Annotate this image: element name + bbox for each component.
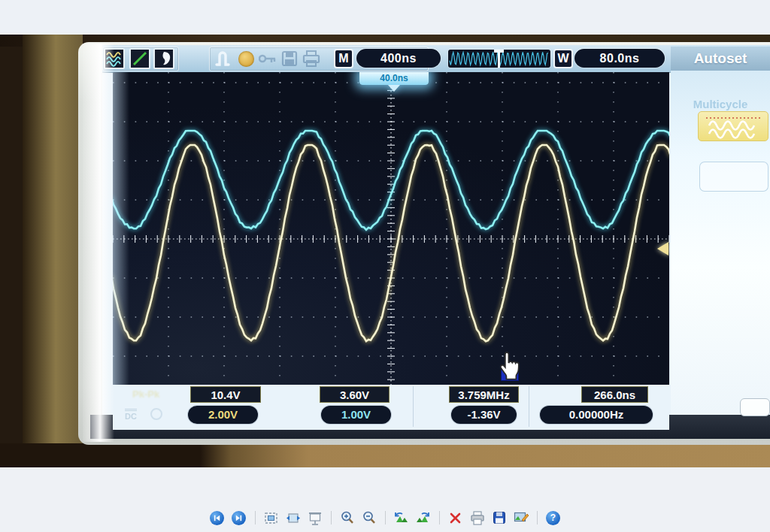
delete-button[interactable]: [447, 509, 464, 526]
measurement-frequency: 3.759MHz: [449, 386, 519, 403]
slideshow-icon: [308, 511, 323, 525]
measurement-period: 266.0ns: [581, 386, 648, 403]
measurement-readout-area: Pk-Pk DC 10.4V 3.60V 3.759MHz 266.0ns 2.…: [113, 385, 669, 430]
delete-icon: [449, 512, 462, 524]
fit-width-button[interactable]: [285, 509, 302, 526]
slideshow-button[interactable]: [307, 509, 323, 526]
toolbar-separator: [537, 511, 538, 524]
rotate-right-button[interactable]: [415, 509, 432, 526]
rotate-left-button[interactable]: [393, 509, 410, 526]
readout-separator: [529, 386, 529, 427]
scope-menubar: M 400ns W 80.0ns: [102, 45, 770, 73]
first-image-button[interactable]: [209, 509, 226, 526]
key-lock-icon: [259, 53, 277, 68]
waveform-traces: [113, 72, 669, 385]
display-waveform-icon: [104, 48, 125, 69]
viewer-top-area: [0, 0, 770, 35]
main-timebase-value: 400ns: [356, 49, 441, 68]
measurement-pkpk-ch2: 3.60V: [320, 386, 390, 403]
rotate-right-icon: [415, 511, 431, 524]
trigger-pulse-icon: [215, 50, 235, 71]
save-icon: [493, 511, 506, 524]
zoom-out-button[interactable]: [361, 509, 377, 526]
ch1-volts-per-div: 2.00V: [188, 406, 258, 424]
trigger-position-line: [498, 50, 500, 68]
ch2-volts-per-div: 1.00V: [321, 406, 391, 424]
rotate-left-icon: [393, 511, 409, 524]
trigger-flag-notch: [388, 85, 400, 92]
main-timebase-badge: M: [334, 49, 353, 68]
toolbar-separator: [331, 511, 332, 524]
print-icon-scope: [302, 50, 320, 70]
first-image-icon: [210, 511, 224, 525]
zoom-in-button[interactable]: [339, 509, 356, 526]
coupling-indicator: DC: [125, 409, 137, 421]
toolbar-separator: [439, 511, 440, 524]
fit-window-icon: [264, 511, 278, 525]
save-floppy-icon: [281, 50, 298, 70]
measurement-type-label: Pk-Pk: [132, 388, 159, 400]
save-button[interactable]: [491, 509, 508, 526]
autoset-secondary-button: [699, 162, 768, 192]
next-image-icon: [232, 511, 246, 525]
scope-lcd-screen: M 400ns W 80.0ns 40.0ns: [102, 45, 770, 415]
impedance-icon: [150, 408, 162, 420]
multicycle-sine-button: [698, 111, 768, 141]
invert-display-icon: [153, 48, 174, 69]
window-timebase-value: 80.0ns: [574, 49, 665, 68]
measurement-pkpk-ch1: 10.4V: [190, 386, 261, 403]
image-viewer-window: M 400ns W 80.0ns 40.0ns: [0, 0, 770, 532]
scope-side-panel: [23, 35, 83, 467]
scope-graticule: 40.0ns: [113, 72, 669, 385]
trigger-position-strip: [448, 50, 550, 68]
zoom-out-icon: [362, 510, 377, 525]
panel-soft-button: [740, 398, 770, 416]
trigger-level-readout: -1.36V: [451, 406, 517, 424]
next-image-button[interactable]: [231, 509, 247, 526]
desk-surface: [0, 443, 770, 467]
print-button[interactable]: [469, 509, 486, 526]
acquire-mode-icon: [238, 51, 254, 67]
fit-window-button[interactable]: [263, 509, 280, 526]
display-style-icon: [129, 48, 150, 69]
fit-width-icon: [286, 511, 301, 525]
hand-cursor: [496, 350, 525, 382]
trigger-position-flag: 40.0ns: [359, 72, 429, 85]
trigger-frequency-readout: 0.00000Hz: [540, 406, 653, 424]
help-button[interactable]: ?: [545, 509, 562, 526]
toolbar-separator: [255, 511, 256, 524]
window-timebase-badge: W: [553, 49, 573, 68]
autoset-menu-panel: Autoset Multicycle: [671, 45, 770, 415]
readout-separator: [413, 386, 414, 427]
help-icon: ?: [546, 511, 560, 525]
edit-image-icon: [514, 511, 529, 524]
toolbar-separator: [385, 511, 386, 524]
autoset-option-label: Multicycle: [671, 98, 770, 110]
screen-glare: [113, 72, 129, 385]
print-icon: [470, 511, 485, 525]
autoset-title: Autoset: [671, 47, 770, 71]
zoom-in-icon: [340, 510, 355, 525]
ch1-trace: [113, 145, 669, 341]
viewer-toolbar: ?: [0, 506, 770, 529]
photo-of-oscilloscope: M 400ns W 80.0ns 40.0ns: [0, 35, 770, 467]
edit-image-button[interactable]: [513, 509, 529, 526]
trigger-level-arrow: [657, 242, 668, 255]
